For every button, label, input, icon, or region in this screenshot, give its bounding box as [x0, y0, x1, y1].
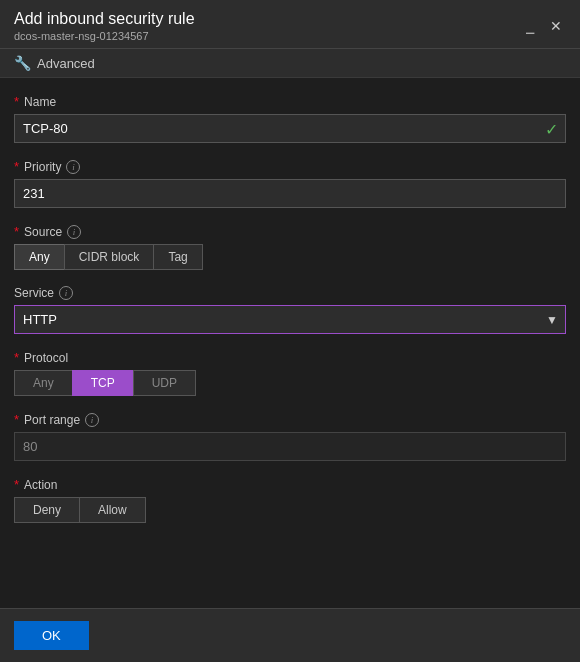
service-label-text: Service	[14, 286, 54, 300]
source-btn-group: Any CIDR block Tag	[14, 244, 566, 270]
port-range-label-text: Port range	[24, 413, 80, 427]
protocol-btn-group: Any TCP UDP	[14, 370, 566, 396]
protocol-udp-button[interactable]: UDP	[133, 370, 196, 396]
action-group: * Action Deny Allow	[14, 477, 566, 523]
port-range-input	[14, 432, 566, 461]
source-label: * Source i	[14, 224, 566, 239]
advanced-bar[interactable]: 🔧 Advanced	[0, 49, 580, 78]
close-button[interactable]: ✕	[546, 17, 566, 35]
service-group: Service i HTTP HTTPS Custom Any ▼	[14, 286, 566, 334]
name-check-icon: ✓	[545, 119, 558, 138]
service-info-icon[interactable]: i	[59, 286, 73, 300]
source-cidr-button[interactable]: CIDR block	[64, 244, 155, 270]
protocol-group: * Protocol Any TCP UDP	[14, 350, 566, 396]
title-bar: Add inbound security rule dcos-master-ns…	[0, 0, 580, 49]
port-range-info-icon[interactable]: i	[85, 413, 99, 427]
action-deny-button[interactable]: Deny	[14, 497, 80, 523]
source-required-star: *	[14, 224, 19, 239]
name-label: * Name	[14, 94, 566, 109]
source-group: * Source i Any CIDR block Tag	[14, 224, 566, 270]
service-label: Service i	[14, 286, 566, 300]
protocol-label: * Protocol	[14, 350, 566, 365]
title-bar-left: Add inbound security rule dcos-master-ns…	[14, 10, 195, 42]
title-bar-controls: ⎯ ✕	[522, 17, 566, 35]
protocol-required-star: *	[14, 350, 19, 365]
service-select-wrapper: HTTP HTTPS Custom Any ▼	[14, 305, 566, 334]
advanced-label: Advanced	[37, 56, 95, 71]
dialog-title: Add inbound security rule	[14, 10, 195, 28]
action-allow-button[interactable]: Allow	[79, 497, 146, 523]
priority-info-icon[interactable]: i	[66, 160, 80, 174]
footer: OK	[0, 608, 580, 662]
name-required-star: *	[14, 94, 19, 109]
action-label-text: Action	[24, 478, 57, 492]
priority-input[interactable]	[14, 179, 566, 208]
action-btn-group: Deny Allow	[14, 497, 566, 523]
priority-label-text: Priority	[24, 160, 61, 174]
wrench-icon: 🔧	[14, 55, 31, 71]
protocol-any-button[interactable]: Any	[14, 370, 73, 396]
protocol-tcp-button[interactable]: TCP	[72, 370, 134, 396]
source-info-icon[interactable]: i	[67, 225, 81, 239]
source-label-text: Source	[24, 225, 62, 239]
name-group: * Name ✓	[14, 94, 566, 143]
name-input-wrapper: ✓	[14, 114, 566, 143]
port-range-group: * Port range i	[14, 412, 566, 461]
service-select[interactable]: HTTP HTTPS Custom Any	[14, 305, 566, 334]
port-range-label: * Port range i	[14, 412, 566, 427]
action-required-star: *	[14, 477, 19, 492]
protocol-label-text: Protocol	[24, 351, 68, 365]
port-range-required-star: *	[14, 412, 19, 427]
priority-group: * Priority i	[14, 159, 566, 208]
action-label: * Action	[14, 477, 566, 492]
dialog-subtitle: dcos-master-nsg-01234567	[14, 30, 195, 42]
ok-button[interactable]: OK	[14, 621, 89, 650]
name-label-text: Name	[24, 95, 56, 109]
name-input[interactable]	[14, 114, 566, 143]
form-body: * Name ✓ * Priority i * Source i Any CID…	[0, 78, 580, 608]
source-any-button[interactable]: Any	[14, 244, 65, 270]
priority-label: * Priority i	[14, 159, 566, 174]
priority-required-star: *	[14, 159, 19, 174]
minimize-button[interactable]: ⎯	[522, 17, 538, 35]
source-tag-button[interactable]: Tag	[153, 244, 202, 270]
